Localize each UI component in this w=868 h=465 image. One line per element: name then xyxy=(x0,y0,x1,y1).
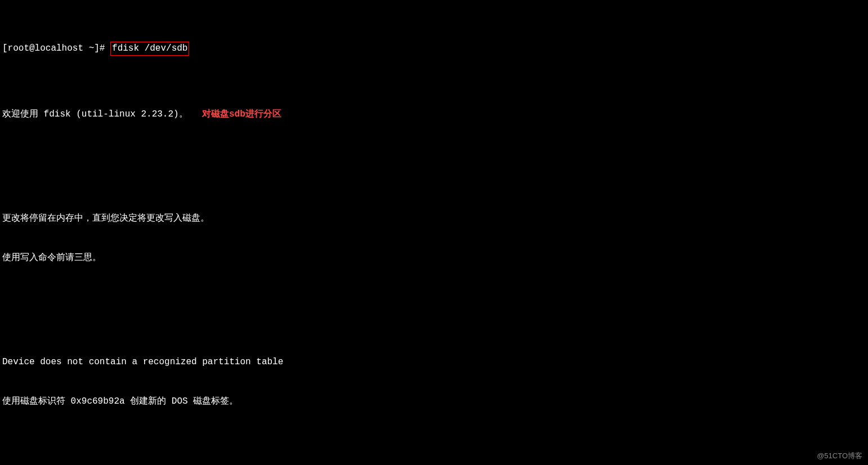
shell-prompt: [root@localhost ~]# xyxy=(2,43,110,53)
terminal-output: [root@localhost ~]# fdisk /dev/sdb 欢迎使用 … xyxy=(0,0,868,465)
watermark-text: @51CTO博客 xyxy=(817,451,862,462)
nodevtab-line: Device does not contain a recognized par… xyxy=(2,356,866,369)
blank xyxy=(2,303,866,316)
welcome-text: 欢迎使用 fdisk (util-linux 2.23.2)。 xyxy=(2,109,188,119)
blank xyxy=(2,447,866,460)
prompt-line-fdisk: [root@localhost ~]# fdisk /dev/sdb xyxy=(2,42,866,69)
memmsg-line: 更改将停留在内存中，直到您决定将更改写入磁盘。 xyxy=(2,212,866,225)
doslabel-line: 使用磁盘标识符 0x9c69b92a 创建新的 DOS 磁盘标签。 xyxy=(2,395,866,408)
caution-line: 使用写入命令前请三思。 xyxy=(2,252,866,265)
blank xyxy=(2,160,866,173)
highlight-fdisk-cmd: fdisk /dev/sdb xyxy=(110,42,189,56)
welcome-line: 欢迎使用 fdisk (util-linux 2.23.2)。对磁盘sdb进行分… xyxy=(2,108,866,121)
annotation-fdisk: 对磁盘sdb进行分区 xyxy=(202,108,281,121)
